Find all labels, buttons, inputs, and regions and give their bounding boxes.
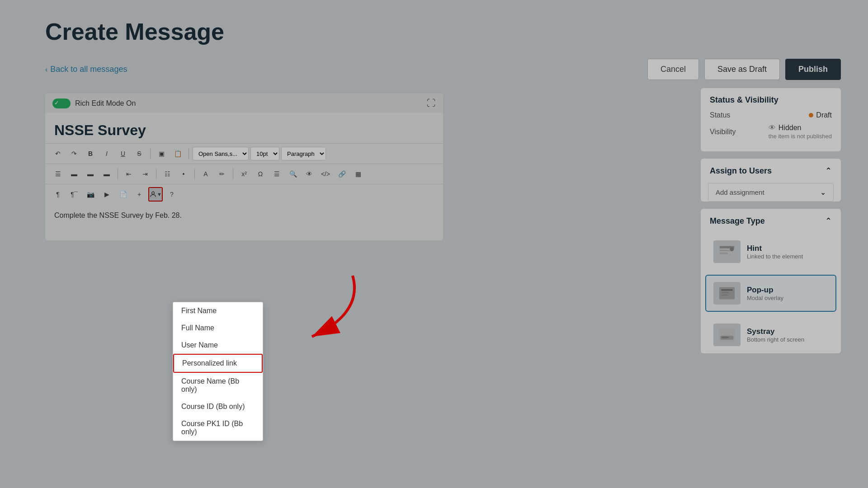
indent-decrease-button[interactable]: ⇤ — [122, 167, 136, 181]
message-type-header[interactable]: Message Type ⌃ — [701, 209, 841, 233]
preview-button[interactable]: 👁 — [302, 167, 316, 181]
visibility-row: Visibility 👁︎ Hidden the item is not pub… — [710, 124, 832, 140]
copy-button[interactable]: ▣ — [154, 146, 169, 161]
message-type-hint-card[interactable]: Hint Linked to the element — [705, 233, 836, 270]
message-type-popup-card[interactable]: Pop-up Modal overlay — [705, 275, 836, 312]
underline-button[interactable]: U — [116, 146, 130, 161]
systray-card-text: Systray Bottom right of screen — [747, 327, 804, 343]
font-color-button[interactable]: A — [198, 167, 213, 181]
page-title: Create Message — [45, 18, 841, 45]
status-visibility-section: Status & Visibility Status Draft Visibil… — [701, 88, 841, 151]
status-value: Draft — [809, 111, 832, 119]
undo-button[interactable]: ↶ — [51, 146, 65, 161]
assign-chevron-up-icon: ⌃ — [825, 166, 832, 176]
bold-button[interactable]: B — [83, 146, 98, 161]
word-count-button[interactable]: ☰ — [269, 167, 284, 181]
draft-dot-icon — [809, 113, 813, 117]
video-button[interactable]: ▶ — [99, 187, 114, 202]
visibility-text: Hidden — [778, 124, 802, 132]
assign-dropdown-chevron-icon: ⌄ — [820, 188, 826, 197]
assign-users-section: Assign to Users ⌃ Add assignment ⌄ — [701, 159, 841, 202]
dropdown-item-course-id[interactable]: Course ID (Bb only) — [173, 398, 263, 415]
back-to-messages-link[interactable]: ‹ Back to all messages — [45, 65, 127, 74]
sidebar: Status & Visibility Status Draft Visibil… — [701, 88, 841, 361]
rich-edit-label: Rich Edit Mode On — [75, 99, 136, 108]
code-button[interactable]: </> — [318, 167, 333, 181]
file-button[interactable]: 📄 — [116, 187, 130, 202]
cancel-button[interactable]: Cancel — [647, 59, 699, 80]
back-link-text: Back to all messages — [50, 65, 127, 74]
unordered-list-button[interactable]: • — [176, 167, 191, 181]
popup-name: Pop-up — [747, 286, 783, 295]
help-button[interactable]: ? — [165, 187, 179, 202]
svg-rect-6 — [721, 289, 732, 291]
italic-button[interactable]: I — [99, 146, 114, 161]
toolbar-divider-6 — [233, 169, 233, 179]
svg-point-4 — [730, 247, 734, 251]
table-button[interactable]: ▦ — [351, 167, 365, 181]
systray-name: Systray — [747, 327, 804, 336]
align-right-button[interactable]: ▬ — [83, 167, 98, 181]
align-left-button[interactable]: ☰ — [51, 167, 65, 181]
hint-card-text: Hint Linked to the element — [747, 244, 803, 260]
svg-rect-8 — [721, 295, 727, 296]
ordered-list-button[interactable]: ☷ — [160, 167, 175, 181]
toolbar-row-1: ↶ ↷ B I U S ▣ 📋 Open Sans,s... 10pt Para… — [45, 143, 443, 164]
justify-button[interactable]: ▬ — [99, 167, 114, 181]
svg-point-0 — [152, 192, 155, 194]
align-center-button[interactable]: ▬ — [67, 167, 81, 181]
expand-icon[interactable]: ⛶ — [427, 98, 436, 108]
rich-edit-toggle[interactable] — [52, 99, 71, 108]
personalization-button[interactable]: ▼ — [148, 187, 163, 202]
paste-button[interactable]: 📋 — [170, 146, 185, 161]
assign-users-header[interactable]: Assign to Users ⌃ — [701, 159, 841, 183]
editor-title[interactable]: NSSE Survey — [45, 113, 443, 143]
superscript-button[interactable]: x² — [237, 167, 251, 181]
svg-rect-3 — [720, 253, 728, 254]
message-type-chevron-up-icon: ⌃ — [825, 216, 832, 226]
rich-edit-left: Rich Edit Mode On — [52, 99, 136, 108]
editor-container: Rich Edit Mode On ⛶ NSSE Survey ↶ ↷ B I … — [45, 94, 443, 240]
systray-desc: Bottom right of screen — [747, 336, 804, 343]
dropdown-item-user-name[interactable]: User Name — [173, 337, 263, 354]
message-type-title: Message Type — [710, 216, 765, 226]
toolbar-divider-5 — [194, 169, 195, 179]
dropdown-item-personalized-link[interactable]: Personalized link — [173, 354, 263, 373]
toolbar-row-3: ¶ ¶¯ 📷 ▶ 📄 + ▼ ? — [45, 184, 443, 204]
toolbar-divider-3 — [118, 169, 118, 179]
svg-rect-7 — [721, 292, 729, 293]
format-button[interactable]: ¶¯ — [67, 187, 81, 202]
editor-content-area[interactable]: Complete the NSSE Survey by Feb. 28. — [45, 204, 443, 240]
editor-text: Complete the NSSE Survey by Feb. 28. — [54, 211, 434, 220]
rich-edit-top-bar: Rich Edit Mode On ⛶ — [45, 94, 443, 113]
dropdown-item-course-name[interactable]: Course Name (Bb only) — [173, 373, 263, 398]
special-chars-button[interactable]: Ω — [253, 167, 268, 181]
indent-increase-button[interactable]: ⇥ — [138, 167, 152, 181]
redo-button[interactable]: ↷ — [67, 146, 81, 161]
status-visibility-title: Status & Visibility — [710, 95, 832, 105]
strikethrough-button[interactable]: S — [132, 146, 146, 161]
message-type-systray-card[interactable]: Systray Bottom right of screen — [705, 316, 836, 353]
red-arrow-annotation — [253, 271, 380, 361]
image-button[interactable]: 📷 — [83, 187, 98, 202]
show-blocks-button[interactable]: ¶ — [51, 187, 65, 202]
link-button[interactable]: 🔗 — [335, 167, 349, 181]
search-button[interactable]: 🔍 — [286, 167, 300, 181]
popup-desc: Modal overlay — [747, 295, 783, 301]
dropdown-item-full-name[interactable]: Full Name — [173, 319, 263, 337]
hint-icon — [713, 240, 741, 263]
personalization-dropdown: First Name Full Name User Name Personali… — [173, 302, 263, 441]
dropdown-item-course-pk1[interactable]: Course PK1 ID (Bb only) — [173, 415, 263, 441]
popup-card-text: Pop-up Modal overlay — [747, 286, 783, 301]
save-draft-button[interactable]: Save as Draft — [704, 59, 780, 80]
paragraph-select[interactable]: Paragraph — [281, 147, 326, 160]
publish-button[interactable]: Publish — [785, 59, 841, 80]
font-size-select[interactable]: 10pt — [250, 147, 279, 160]
add-button[interactable]: + — [132, 187, 146, 202]
highlight-button[interactable]: ✏ — [215, 167, 229, 181]
add-assignment-dropdown[interactable]: Add assignment ⌄ — [708, 183, 834, 202]
status-text: Draft — [816, 111, 832, 119]
font-family-select[interactable]: Open Sans,s... — [193, 147, 249, 160]
dropdown-item-first-name[interactable]: First Name — [173, 302, 263, 319]
message-type-section: Message Type ⌃ Hint Linked to the elemen… — [701, 209, 841, 353]
